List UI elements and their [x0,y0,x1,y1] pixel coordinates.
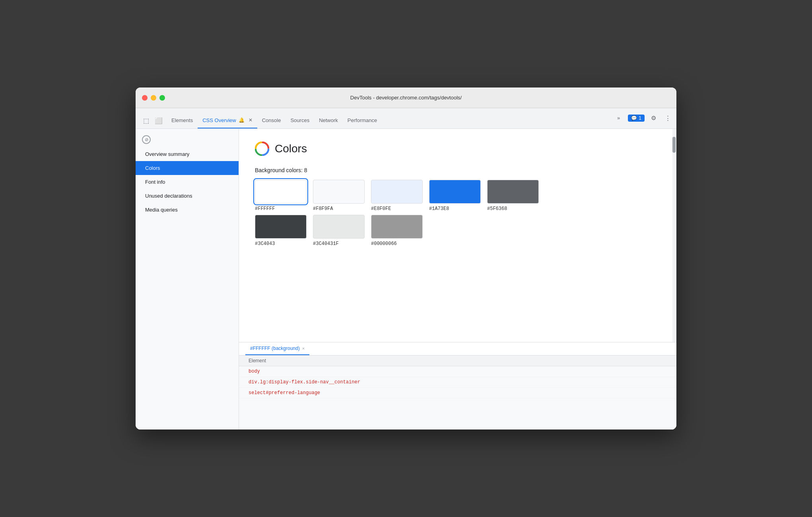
google-logo-icon [255,142,269,156]
sidebar-item-media-queries[interactable]: Media queries [136,203,239,217]
chat-badge[interactable]: 💬 1 [628,115,645,122]
devtools-body: ⊘ Overview summary Colors Font info Unus… [136,129,676,430]
color-swatch-3c40431f[interactable] [313,215,365,239]
main-panel: Colors Background colors: 8 #FFFFFF [239,129,676,262]
element-table-header: Element [239,356,676,366]
colors-header: Colors [255,142,660,156]
color-label-ffffff: #FFFFFF [255,206,275,212]
color-swatch-3c4043[interactable] [255,215,307,239]
color-swatch-group-5f6368: #5F6368 [487,180,539,212]
minimize-button[interactable] [151,95,156,101]
bottom-tab-ffffff[interactable]: #FFFFFF (background) × [245,342,309,355]
color-label-1a73e8: #1A73E8 [429,206,449,212]
color-swatch-group-3c40431f: #3C40431F [313,215,365,247]
devtools-window: DevTools - developer.chrome.com/tags/dev… [136,87,676,430]
color-swatches: #FFFFFF #F8F9FA #E8F0FE [255,180,660,212]
color-swatch-1a73e8[interactable] [429,180,481,204]
color-swatch-group-ffffff: #FFFFFF [255,180,307,212]
toolbar-icons: » 💬 1 ⚙ ⋮ [612,110,673,128]
tab-elements[interactable]: Elements [167,113,198,128]
color-label-f8f9fa: #F8F9FA [313,206,333,212]
color-swatch-00000066[interactable] [371,215,423,239]
color-label-3c40431f: #3C40431F [313,241,339,247]
tab-sources[interactable]: Sources [286,113,314,128]
bottom-panel: #FFFFFF (background) × Element body div.… [239,342,676,430]
main-content: Colors Background colors: 8 #FFFFFF [239,129,676,430]
color-swatch-group-3c4043: #3C4043 [255,215,307,247]
color-swatch-ffffff[interactable] [255,180,307,204]
device-icon[interactable]: ⬜ [153,115,164,126]
tab-network[interactable]: Network [314,113,343,128]
sidebar-header: ⊘ [136,132,239,147]
close-button[interactable] [142,95,148,101]
window-title: DevTools - developer.chrome.com/tags/dev… [350,95,462,101]
sidebar: ⊘ Overview summary Colors Font info Unus… [136,129,239,430]
bottom-panel-tabs: #FFFFFF (background) × [239,342,676,356]
color-swatches-row2: #3C4043 #3C40431F #00000066 [255,215,660,247]
chat-icon: 💬 [631,115,637,121]
sidebar-item-colors[interactable]: Colors [136,161,239,175]
color-label-00000066: #00000066 [371,241,397,247]
sidebar-item-overview-summary[interactable]: Overview summary [136,147,239,161]
element-row-body[interactable]: body [239,366,676,377]
traffic-lights [142,95,165,101]
no-entry-icon: ⊘ [142,135,151,144]
main-panel-wrapper: Colors Background colors: 8 #FFFFFF [239,129,676,342]
element-row-div[interactable]: div.lg:display-flex.side-nav__container [239,377,676,388]
maximize-button[interactable] [159,95,165,101]
color-swatch-group-f8f9fa: #F8F9FA [313,180,365,212]
settings-button[interactable]: ⚙ [648,113,659,124]
color-swatch-group-1a73e8: #1A73E8 [429,180,481,212]
color-label-5f6368: #5F6368 [487,206,507,212]
scrollbar[interactable] [672,129,676,342]
sidebar-item-font-info[interactable]: Font info [136,175,239,189]
scrollbar-thumb[interactable] [672,137,676,153]
background-colors-label: Background colors: 8 [255,167,660,173]
inspect-icon[interactable]: ⬚ [140,115,152,126]
color-swatch-f8f9fa[interactable] [313,180,365,204]
tab-console[interactable]: Console [257,113,286,128]
titlebar: DevTools - developer.chrome.com/tags/dev… [136,87,676,108]
bottom-tab-close-icon[interactable]: × [302,346,305,351]
tab-css-overview[interactable]: CSS Overview 🔔 ✕ [198,113,257,128]
color-swatch-e8f0fe[interactable] [371,180,423,204]
more-options-button[interactable]: ⋮ [662,113,673,124]
color-swatch-group-00000066: #00000066 [371,215,423,247]
bell-icon: 🔔 [239,117,245,123]
tab-close-icon[interactable]: ✕ [249,117,253,123]
color-label-3c4043: #3C4043 [255,241,275,247]
element-row-select[interactable]: select#preferred-language [239,388,676,398]
color-label-e8f0fe: #E8F0FE [371,206,391,212]
tab-performance[interactable]: Performance [343,113,382,128]
color-swatch-5f6368[interactable] [487,180,539,204]
color-swatch-group-e8f0fe: #E8F0FE [371,180,423,212]
page-title: Colors [275,142,307,155]
devtools-tabs: ⬚ ⬜ Elements CSS Overview 🔔 ✕ Console So… [136,108,676,129]
sidebar-item-unused-declarations[interactable]: Unused declarations [136,189,239,203]
more-tabs-button[interactable]: » [612,110,625,126]
